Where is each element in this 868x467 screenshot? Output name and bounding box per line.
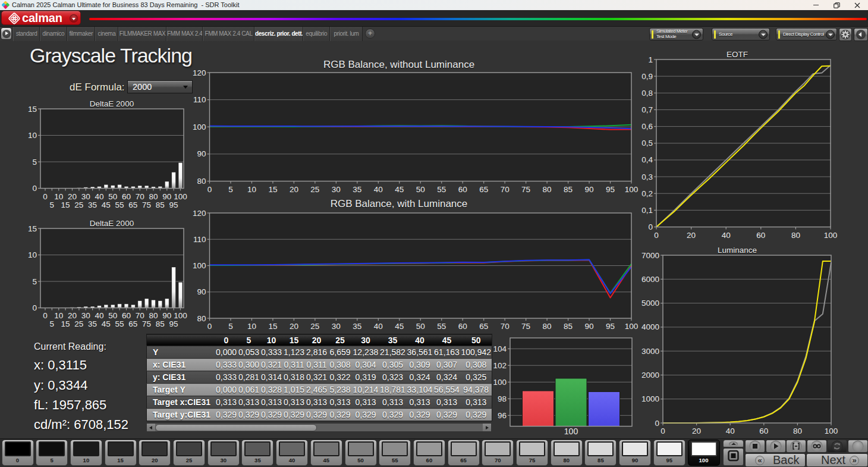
tab-fmm-max-2-4[interactable]: FMM MAX 2.4 <box>166 27 203 41</box>
tab-descriz-prior-dett-[interactable]: descriz. prior. dett. <box>254 27 303 41</box>
de-formula-select[interactable]: 2000 <box>127 80 193 93</box>
svg-text:20: 20 <box>687 231 696 240</box>
grayscale-patch-75[interactable]: 75 <box>516 440 548 466</box>
grayscale-patch-100[interactable]: 100 <box>688 440 720 466</box>
table-cell: 6,659 <box>328 346 353 359</box>
svg-text:80: 80 <box>543 322 552 331</box>
settings-button[interactable] <box>839 28 852 41</box>
table-cell: 0,000 <box>215 346 238 359</box>
chevrons-left-icon: « <box>755 456 765 465</box>
table-cell: 0,311 <box>283 359 306 371</box>
svg-text:5000: 5000 <box>641 299 659 308</box>
table-cell: 0,333 <box>260 346 283 359</box>
layout-tabs: standarddinamicofilmmakercinemaFILMMAKER… <box>13 27 363 41</box>
scroll-left-icon[interactable] <box>147 424 155 431</box>
single-measure-button[interactable] <box>786 440 806 453</box>
grayscale-patch-80[interactable]: 80 <box>551 440 583 466</box>
grayscale-patch-90[interactable]: 90 <box>619 440 651 466</box>
calman-menu-button[interactable]: calman <box>1 11 81 25</box>
svg-text:100: 100 <box>193 261 206 270</box>
tab-priorit-lum[interactable]: priorit. lum <box>330 27 363 41</box>
close-button[interactable] <box>847 0 867 10</box>
grayscale-patch-50[interactable]: 50 <box>345 440 377 466</box>
svg-text:70: 70 <box>136 311 144 320</box>
tab-filmmaker[interactable]: filmmaker <box>67 27 96 41</box>
pattern-window-button[interactable] <box>723 448 744 466</box>
grayscale-patch-35[interactable]: 35 <box>241 440 273 466</box>
source-button[interactable]: Source <box>712 28 770 40</box>
tab-standard[interactable]: standard <box>13 27 40 41</box>
infinity-button[interactable] <box>807 440 827 453</box>
continuous-refresh-icon <box>832 441 843 452</box>
table-cell: 0,313 <box>461 396 492 409</box>
tab-equilibrio[interactable]: equilibrio <box>303 27 331 41</box>
next-button[interactable]: Next » <box>806 453 868 467</box>
table-column-header: 35 <box>379 334 407 346</box>
record-button[interactable] <box>848 440 868 453</box>
svg-text:6000: 6000 <box>641 275 659 284</box>
grayscale-patch-65[interactable]: 65 <box>448 440 480 466</box>
grayscale-patch-30[interactable]: 30 <box>207 440 240 466</box>
scroll-right-icon[interactable] <box>483 424 491 431</box>
tab-cinema[interactable]: cinema <box>95 27 118 41</box>
grayscale-patch-95[interactable]: 95 <box>653 440 685 466</box>
tab-dinamico[interactable]: dinamico <box>40 27 67 41</box>
stop-button[interactable] <box>745 440 765 453</box>
grayscale-patch-40[interactable]: 40 <box>276 440 308 466</box>
table-cell: 0,333 <box>215 359 238 371</box>
table-cell: 33,104 <box>407 384 433 396</box>
tab-filmmaker-max[interactable]: FILMMAKER MAX <box>118 27 166 41</box>
play-icon <box>770 441 781 452</box>
table-cell: 0,324 <box>407 371 433 384</box>
grayscale-patch-85[interactable]: 85 <box>584 440 617 466</box>
patch-level-label: 60 <box>414 457 445 463</box>
svg-text:0,5: 0,5 <box>641 139 653 148</box>
svg-text:3000: 3000 <box>641 347 659 356</box>
grayscale-patch-25[interactable]: 25 <box>173 440 205 466</box>
svg-text:20: 20 <box>68 192 77 201</box>
svg-text:100: 100 <box>174 192 187 201</box>
table-cell: 0,321 <box>306 371 328 384</box>
patch-swatch <box>416 441 442 456</box>
scrollbar-thumb[interactable] <box>155 424 317 431</box>
continuous-refresh-button[interactable] <box>827 440 847 453</box>
patch-level-label: 55 <box>379 457 410 463</box>
grayscale-patch-5[interactable]: 5 <box>36 440 68 466</box>
grayscale-patch-0[interactable]: 0 <box>2 440 34 466</box>
grayscale-patch-55[interactable]: 55 <box>379 440 411 466</box>
simulated-meter-button[interactable]: Simulated Meter Test Mode <box>649 28 703 40</box>
de-formula-value: 2000 <box>133 82 152 92</box>
svg-text:45: 45 <box>395 322 404 331</box>
svg-text:95: 95 <box>606 185 615 194</box>
grayscale-patch-60[interactable]: 60 <box>413 440 445 466</box>
table-scrollbar[interactable] <box>146 423 492 432</box>
table-row: Target Y0,0000,0610,3281,0152,4655,23810… <box>147 384 492 396</box>
workflow-play-button[interactable] <box>1 27 12 40</box>
current-reading-label: Current Reading: <box>34 341 106 352</box>
table-cell: 1,015 <box>283 384 306 396</box>
patch-swatch <box>382 441 408 456</box>
patch-swatch <box>622 441 648 456</box>
tab-fmm-max-2-4-cal[interactable]: FMM MAX 2.4 CAL <box>203 27 254 41</box>
collapse-panel-button[interactable] <box>854 28 868 41</box>
minimize-button[interactable] <box>806 0 826 10</box>
add-tab-button[interactable]: + <box>365 29 375 39</box>
direct-display-control-button[interactable]: Direct Display Control <box>776 28 837 40</box>
chevron-down-icon <box>759 30 768 39</box>
grayscale-patch-45[interactable]: 45 <box>310 440 342 466</box>
table-cell: 0,322 <box>328 371 353 384</box>
grayscale-patch-20[interactable]: 20 <box>139 440 171 466</box>
grayscale-patch-70[interactable]: 70 <box>482 440 514 466</box>
pattern-up-button[interactable] <box>723 440 744 447</box>
source-status-bar <box>714 30 716 39</box>
grayscale-patch-10[interactable]: 10 <box>70 440 102 466</box>
patch-level-label: 90 <box>619 457 650 463</box>
grayscale-patch-15[interactable]: 15 <box>105 440 137 466</box>
patch-level-label: 20 <box>139 457 170 463</box>
window-title: Calman 2025 Calman Ultimate for Business… <box>12 0 240 10</box>
maximize-button[interactable] <box>826 0 847 10</box>
svg-text:5: 5 <box>228 322 233 331</box>
back-button[interactable]: « Back <box>745 453 806 467</box>
patch-level-label: 10 <box>71 457 102 463</box>
play-button[interactable] <box>766 440 786 453</box>
